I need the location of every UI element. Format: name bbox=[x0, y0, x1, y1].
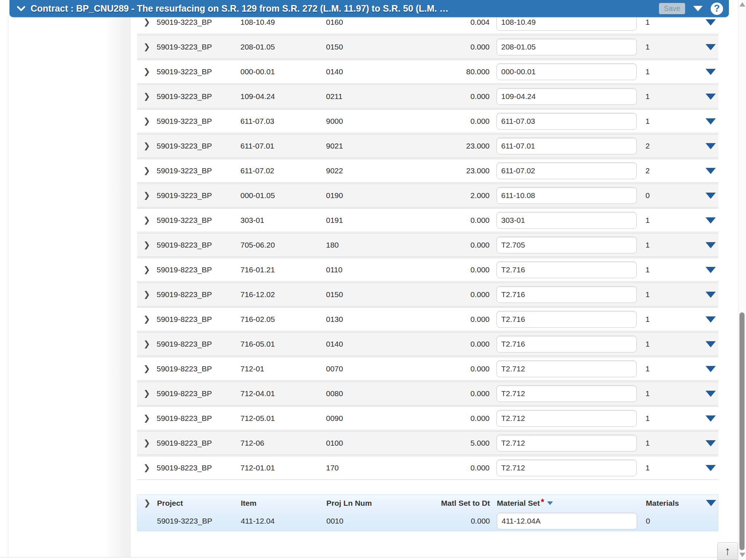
material-set-input[interactable] bbox=[496, 63, 637, 80]
row-actions-dropdown-icon[interactable] bbox=[706, 341, 716, 347]
expand-row-chevron-icon[interactable]: ❯ bbox=[144, 117, 150, 126]
material-set-input[interactable] bbox=[496, 435, 637, 451]
row-actions-dropdown-icon[interactable] bbox=[706, 94, 716, 100]
expand-row-chevron-icon[interactable]: ❯ bbox=[144, 364, 150, 373]
column-header-matl-set-to-dt[interactable]: Matl Set to Dt bbox=[397, 499, 492, 508]
proj-ln-num-cell: 0010 bbox=[326, 517, 397, 525]
material-set-input[interactable] bbox=[496, 162, 637, 179]
expand-row-chevron-icon[interactable]: ❯ bbox=[144, 216, 150, 225]
header-actions-dropdown-icon[interactable] bbox=[693, 6, 703, 11]
row-actions-dropdown-icon[interactable] bbox=[706, 366, 716, 372]
expand-row-chevron-icon[interactable]: ❯ bbox=[144, 389, 150, 398]
table-row[interactable]: ❯ 59019-8223_BP 705-06.20 180 0.000 1 bbox=[137, 233, 718, 257]
material-set-input[interactable] bbox=[496, 39, 637, 55]
material-set-input[interactable] bbox=[496, 360, 637, 377]
scroll-to-top-button[interactable]: ↑ bbox=[717, 542, 738, 560]
header-actions-dropdown-icon[interactable] bbox=[706, 500, 716, 506]
table-row[interactable]: ❯ 59019-8223_BP 712-06 0100 5.000 1 bbox=[137, 431, 718, 455]
proj-ln-num-cell: 0140 bbox=[326, 340, 397, 348]
row-actions-dropdown-icon[interactable] bbox=[706, 391, 716, 397]
material-set-input[interactable] bbox=[496, 187, 637, 204]
material-set-sort-dropdown-icon[interactable] bbox=[547, 501, 553, 505]
material-set-input[interactable] bbox=[496, 385, 637, 402]
scrollbar-thumb[interactable] bbox=[739, 312, 745, 550]
scrollbar-down-arrow-icon[interactable] bbox=[739, 553, 745, 557]
material-set-input[interactable] bbox=[496, 88, 637, 105]
expand-row-chevron-icon[interactable]: ❯ bbox=[144, 438, 150, 447]
expand-row-chevron-icon[interactable]: ❯ bbox=[144, 339, 150, 348]
expand-row-chevron-icon[interactable]: ❯ bbox=[144, 141, 150, 150]
row-actions-dropdown-icon[interactable] bbox=[706, 316, 716, 323]
expand-row-chevron-icon[interactable]: ❯ bbox=[144, 463, 150, 472]
table-row[interactable]: ❯ 59019-3223_BP 303-01 0191 0.000 1 bbox=[137, 208, 718, 232]
row-actions-dropdown-icon[interactable] bbox=[706, 143, 716, 149]
expand-row-chevron-icon[interactable]: ❯ bbox=[144, 17, 150, 27]
table-row[interactable]: ❯ 59019-8223_BP 716-12.02 0150 0.000 1 bbox=[137, 283, 718, 307]
row-actions-dropdown-icon[interactable] bbox=[706, 242, 716, 248]
expand-row-chevron-icon[interactable]: ❯ bbox=[144, 240, 150, 249]
expand-row-chevron-icon[interactable]: ❯ bbox=[144, 191, 150, 200]
column-header-item[interactable]: Item bbox=[241, 499, 326, 508]
material-set-input[interactable] bbox=[496, 336, 637, 352]
table-row[interactable]: ❯ 59019-8223_BP 716-01.21 0110 0.000 1 bbox=[137, 258, 718, 282]
row-actions-dropdown-icon[interactable] bbox=[706, 44, 716, 50]
expand-row-chevron-icon[interactable]: ❯ bbox=[144, 290, 150, 299]
column-header-material-set[interactable]: Material Set * bbox=[497, 498, 553, 508]
table-row[interactable]: ❯ 59019-3223_BP 000-01.05 0190 2.000 0 bbox=[137, 184, 718, 208]
row-actions-dropdown-icon[interactable] bbox=[706, 267, 716, 273]
column-header-project[interactable]: Project bbox=[157, 499, 241, 508]
table-row[interactable]: ❯ 59019-3223_BP 109-04.24 0211 0.000 1 bbox=[137, 84, 718, 109]
selected-table-row[interactable]: 59019-3223_BP 411-12.04 0010 0.000 0 bbox=[137, 511, 718, 531]
item-cell: 109-04.24 bbox=[240, 92, 326, 101]
expand-row-chevron-icon[interactable]: ❯ bbox=[144, 166, 150, 175]
vertical-scrollbar[interactable] bbox=[738, 0, 746, 560]
material-set-input[interactable] bbox=[497, 513, 637, 529]
material-set-input[interactable] bbox=[496, 138, 637, 154]
row-actions-dropdown-icon[interactable] bbox=[706, 465, 716, 471]
material-set-input[interactable] bbox=[496, 237, 637, 253]
material-set-input[interactable] bbox=[496, 410, 637, 427]
row-actions-dropdown-icon[interactable] bbox=[706, 118, 716, 125]
expand-row-chevron-icon[interactable]: ❯ bbox=[144, 42, 150, 51]
help-icon[interactable]: ? bbox=[711, 3, 723, 15]
table-row[interactable]: ❯ 59019-8223_BP 716-05.01 0140 0.000 1 bbox=[137, 332, 718, 356]
table-row[interactable]: ❯ 59019-8223_BP 712-01 0070 0.000 1 bbox=[137, 357, 718, 381]
column-header-proj-ln-num[interactable]: Proj Ln Num bbox=[326, 499, 397, 508]
expand-row-chevron-icon[interactable]: ❯ bbox=[144, 315, 150, 324]
material-set-input[interactable] bbox=[496, 286, 637, 303]
table-row[interactable]: ❯ 59019-8223_BP 712-04.01 0080 0.000 1 bbox=[137, 382, 718, 406]
table-row[interactable]: ❯ 59019-3223_BP 611-07.01 9021 23.000 2 bbox=[137, 134, 718, 158]
expand-row-chevron-icon[interactable]: ❯ bbox=[144, 498, 150, 508]
project-cell: 59019-3223_BP bbox=[157, 216, 240, 225]
table-row[interactable]: ❯ 59019-3223_BP 000-00.01 0140 80.000 1 bbox=[137, 60, 718, 84]
row-actions-dropdown-icon[interactable] bbox=[706, 168, 716, 174]
expand-row-chevron-icon[interactable]: ❯ bbox=[144, 67, 150, 76]
expand-row-chevron-icon[interactable]: ❯ bbox=[144, 414, 150, 423]
table-row[interactable]: ❯ 59019-8223_BP 716-02.05 0130 0.000 1 bbox=[137, 307, 718, 331]
row-actions-dropdown-icon[interactable] bbox=[706, 292, 716, 298]
row-actions-dropdown-icon[interactable] bbox=[706, 440, 716, 446]
row-actions-dropdown-icon[interactable] bbox=[706, 415, 716, 422]
table-row[interactable]: ❯ 59019-3223_BP 611-07.03 9000 0.000 1 bbox=[137, 109, 718, 133]
table-row[interactable]: ❯ 59019-8223_BP 712-05.01 0090 0.000 1 bbox=[137, 406, 718, 430]
matl-set-to-dt-cell: 0.000 bbox=[397, 216, 492, 225]
expand-row-chevron-icon[interactable]: ❯ bbox=[144, 265, 150, 274]
expand-row-chevron-icon[interactable]: ❯ bbox=[144, 92, 150, 101]
collapse-chevron-down-icon[interactable] bbox=[17, 6, 25, 12]
material-set-input[interactable] bbox=[496, 311, 637, 328]
material-set-input[interactable] bbox=[496, 212, 637, 229]
row-actions-dropdown-icon[interactable] bbox=[706, 217, 716, 224]
column-header-materials[interactable]: Materials bbox=[641, 499, 694, 508]
table-row[interactable]: ❯ 59019-8223_BP 712-01.01 170 0.000 1 bbox=[137, 456, 718, 480]
row-actions-dropdown-icon[interactable] bbox=[706, 69, 716, 75]
material-set-input[interactable] bbox=[496, 113, 637, 130]
table-row[interactable]: ❯ 59019-3223_BP 611-07.02 9022 23.000 2 bbox=[137, 159, 718, 183]
row-actions-dropdown-icon[interactable] bbox=[706, 19, 716, 25]
proj-ln-num-cell: 0150 bbox=[326, 290, 397, 299]
scrollbar-up-arrow-icon[interactable] bbox=[739, 2, 745, 7]
row-actions-dropdown-icon[interactable] bbox=[706, 193, 716, 199]
material-set-input[interactable] bbox=[496, 460, 637, 476]
table-row[interactable]: ❯ 59019-3223_BP 208-01.05 0150 0.000 1 bbox=[137, 35, 718, 59]
material-set-input[interactable] bbox=[496, 261, 637, 278]
save-button[interactable]: Save bbox=[659, 3, 685, 14]
